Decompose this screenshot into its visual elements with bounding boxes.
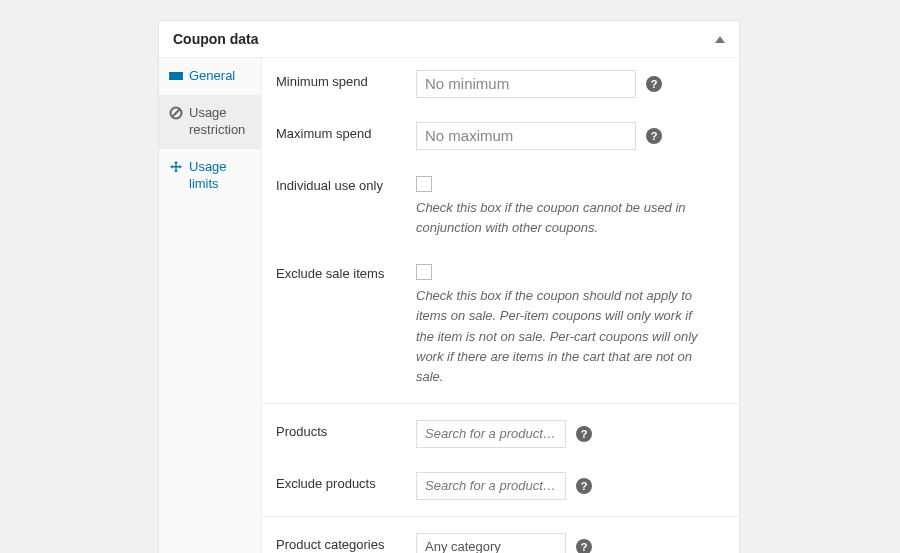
row-minimum-spend: Minimum spend ? <box>262 58 739 110</box>
tab-general[interactable]: General <box>159 58 261 95</box>
tabs-nav: General Usage restriction Usage limits <box>159 58 262 553</box>
panel-title: Coupon data <box>173 31 259 47</box>
tab-general-label: General <box>189 68 235 85</box>
help-icon[interactable]: ? <box>576 426 592 442</box>
separator <box>262 403 739 404</box>
individual-use-checkbox[interactable] <box>416 176 432 192</box>
help-icon[interactable]: ? <box>576 539 592 553</box>
tab-usage-restriction-label: Usage restriction <box>189 105 251 139</box>
coupon-data-panel: Coupon data General Usage restriction <box>158 20 740 553</box>
tab-content: Minimum spend ? Maximum spend ? Individu… <box>262 58 739 553</box>
move-icon <box>169 160 183 174</box>
exclude-products-select[interactable]: Search for a product… <box>416 472 566 500</box>
label-minimum-spend: Minimum spend <box>276 70 416 89</box>
help-icon[interactable]: ? <box>576 478 592 494</box>
tab-usage-limits-label: Usage limits <box>189 159 251 193</box>
row-product-categories: Product categories Any category ? <box>262 521 739 553</box>
help-icon[interactable]: ? <box>646 76 662 92</box>
maximum-spend-input[interactable] <box>416 122 636 150</box>
tab-usage-limits[interactable]: Usage limits <box>159 149 261 203</box>
panel-header: Coupon data <box>159 21 739 58</box>
collapse-toggle-icon[interactable] <box>715 36 725 43</box>
svg-line-1 <box>172 109 180 117</box>
label-product-categories: Product categories <box>276 533 416 552</box>
ban-icon <box>169 106 183 120</box>
products-select[interactable]: Search for a product… <box>416 420 566 448</box>
separator <box>262 516 739 517</box>
hint-exclude-sale: Check this box if the coupon should not … <box>416 286 706 387</box>
row-products: Products Search for a product… ? <box>262 408 739 460</box>
exclude-sale-checkbox[interactable] <box>416 264 432 280</box>
label-exclude-sale: Exclude sale items <box>276 262 416 281</box>
row-maximum-spend: Maximum spend ? <box>262 110 739 162</box>
ticket-icon <box>169 69 183 83</box>
row-exclude-products: Exclude products Search for a product… ? <box>262 460 739 512</box>
row-individual-use: Individual use only Check this box if th… <box>262 162 739 250</box>
label-products: Products <box>276 420 416 439</box>
minimum-spend-input[interactable] <box>416 70 636 98</box>
product-categories-select[interactable]: Any category <box>416 533 566 553</box>
hint-individual-use: Check this box if the coupon cannot be u… <box>416 198 706 238</box>
help-icon[interactable]: ? <box>646 128 662 144</box>
label-individual-use: Individual use only <box>276 174 416 193</box>
label-maximum-spend: Maximum spend <box>276 122 416 141</box>
row-exclude-sale: Exclude sale items Check this box if the… <box>262 250 739 399</box>
tab-usage-restriction[interactable]: Usage restriction <box>159 95 261 149</box>
label-exclude-products: Exclude products <box>276 472 416 491</box>
